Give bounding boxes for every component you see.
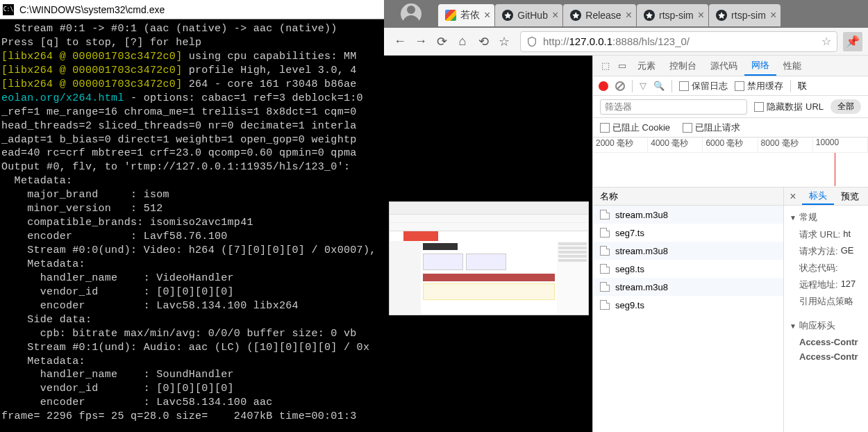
request-row[interactable]: stream.m3u8	[593, 242, 783, 260]
detail-tab[interactable]: 预览	[834, 188, 866, 205]
file-icon	[600, 300, 610, 310]
request-row[interactable]: stream.m3u8	[593, 278, 783, 296]
browser-tab[interactable]: Release×	[563, 4, 636, 26]
cmd-icon: C:\	[3, 4, 14, 15]
timeline-tick: 6000 毫秒	[703, 138, 758, 152]
request-row[interactable]: stream.m3u8	[593, 206, 783, 224]
file-icon	[600, 228, 610, 238]
file-icon	[600, 264, 610, 274]
featured-button[interactable]: ⟲	[473, 31, 494, 52]
request-name: stream.m3u8	[615, 246, 668, 256]
blocked-requests-checkbox[interactable]: 已阻止请求	[683, 122, 740, 134]
request-list: 名称 stream.m3u8seg7.tsstream.m3u8seg8.tss…	[593, 188, 784, 432]
file-icon	[600, 210, 610, 219]
response-headers-section[interactable]: ▼响应标头	[784, 317, 868, 335]
disable-cache-checkbox[interactable]: 禁用缓存	[735, 80, 783, 92]
list-header-name[interactable]: 名称	[593, 188, 783, 206]
tab-label: 若依	[460, 9, 480, 22]
header-kv-row: 请求方法:GE	[784, 243, 868, 260]
request-name: seg7.ts	[615, 228, 644, 238]
filter-row: 隐藏数据 URL 全部	[593, 96, 868, 118]
request-row[interactable]: seg8.ts	[593, 260, 783, 278]
devtools-panel: ⬚ ▭ 元素控制台源代码网络性能 ▽ 🔍 保留日志 禁用缓存 联 隐藏数据 UR…	[592, 56, 868, 432]
request-name: seg8.ts	[615, 264, 644, 274]
network-split: 名称 stream.m3u8seg7.tsstream.m3u8seg8.tss…	[593, 188, 868, 432]
terminal-window: C:\ C:\WINDOWS\system32\cmd.exe Stream #…	[0, 0, 384, 432]
devtools-tab[interactable]: 源代码	[703, 56, 744, 76]
devtools-tabs: ⬚ ▭ 元素控制台源代码网络性能	[593, 56, 868, 76]
header-kv-row: Access-Contr	[784, 335, 868, 349]
video-pane[interactable]	[384, 56, 592, 432]
tab-close-icon[interactable]: ×	[626, 9, 632, 22]
file-icon	[600, 282, 610, 292]
request-name: stream.m3u8	[615, 210, 668, 220]
header-kv-row: Access-Contr	[784, 349, 868, 364]
forward-button[interactable]: →	[410, 31, 431, 52]
content-area: ⬚ ▭ 元素控制台源代码网络性能 ▽ 🔍 保留日志 禁用缓存 联 隐藏数据 UR…	[384, 56, 868, 432]
tabs-container: 若依×GitHub×Release×rtsp-sim×rtsp-sim×	[438, 0, 868, 28]
tab-close-icon[interactable]: ×	[552, 9, 558, 22]
detail-tabs: × 标头预览	[784, 188, 868, 206]
tab-label: rtsp-sim	[659, 10, 694, 21]
request-name: seg9.ts	[615, 300, 644, 310]
terminal-titlebar[interactable]: C:\ C:\WINDOWS\system32\cmd.exe	[0, 0, 384, 19]
detail-body: ▼常规 请求 URL:ht请求方法:GE状态代码:远程地址:127引用站点策略 …	[784, 206, 868, 367]
github-favicon-icon	[570, 10, 581, 21]
browser-tab[interactable]: rtsp-sim×	[709, 4, 781, 26]
general-section[interactable]: ▼常规	[784, 208, 868, 226]
request-row[interactable]: seg9.ts	[593, 296, 783, 314]
search-icon[interactable]: 🔍	[653, 81, 665, 91]
detail-tab[interactable]: 标头	[802, 188, 834, 205]
shield-icon	[526, 36, 537, 47]
online-label[interactable]: 联	[798, 80, 807, 92]
reload-button[interactable]: ⟳	[431, 31, 452, 52]
tab-close-icon[interactable]: ×	[698, 9, 704, 22]
header-kv-row: 远程地址:127	[784, 276, 868, 293]
device-toggle-icon[interactable]: ▭	[614, 60, 631, 71]
browser-tabbar: 若依×GitHub×Release×rtsp-sim×rtsp-sim×	[384, 0, 868, 28]
tab-label: Release	[585, 10, 621, 21]
network-timeline[interactable]: 2000 毫秒4000 毫秒6000 毫秒8000 毫秒10000	[593, 138, 868, 188]
url-text: http://127.0.0.1:8888/hls/123_0/	[543, 35, 821, 47]
url-bar[interactable]: http://127.0.0.1:8888/hls/123_0/ ☆	[520, 31, 837, 52]
record-button[interactable]	[599, 81, 608, 91]
timeline-tick: 10000	[813, 138, 868, 152]
browser-tab[interactable]: 若依×	[438, 4, 494, 26]
avatar-icon	[401, 3, 422, 24]
bookmark-star-icon[interactable]: ☆	[821, 35, 831, 48]
browser-window: 若依×GitHub×Release×rtsp-sim×rtsp-sim× ← →…	[384, 0, 868, 432]
devtools-tab[interactable]: 元素	[631, 56, 662, 76]
favorites-button[interactable]: ☆	[494, 31, 515, 52]
pin-button[interactable]: 📌	[843, 32, 862, 51]
profile-avatar[interactable]	[384, 0, 438, 28]
devtools-tab[interactable]: 性能	[776, 56, 808, 76]
back-button[interactable]: ←	[390, 31, 410, 52]
header-kv-row: 状态代码:	[784, 260, 868, 276]
browser-tab[interactable]: GitHub×	[495, 4, 562, 26]
clear-button[interactable]	[615, 81, 625, 91]
tab-close-icon[interactable]: ×	[484, 9, 490, 22]
devtools-tab[interactable]: 控制台	[662, 56, 703, 76]
terminal-title: C:\WINDOWS\system32\cmd.exe	[19, 4, 165, 15]
header-kv-row: 请求 URL:ht	[784, 226, 868, 243]
tab-close-icon[interactable]: ×	[770, 9, 776, 22]
devtools-tab[interactable]: 网络	[744, 56, 776, 76]
browser-tab[interactable]: rtsp-sim×	[637, 4, 708, 26]
blocked-cookies-checkbox[interactable]: 已阻止 Cookie	[600, 122, 670, 134]
filter-input[interactable]	[600, 99, 747, 115]
terminal-output[interactable]: Stream #0:1 -> #0:1 (aac (native) -> aac…	[0, 19, 384, 432]
timeline-tick: 8000 毫秒	[758, 138, 813, 152]
inspect-icon[interactable]: ⬚	[597, 60, 614, 71]
hide-data-urls-checkbox[interactable]: 隐藏数据 URL	[754, 101, 824, 113]
timeline-tick: 2000 毫秒	[593, 138, 648, 152]
home-button[interactable]: ⌂	[452, 31, 473, 52]
filter-icon[interactable]: ▽	[640, 81, 646, 91]
blocked-row: 已阻止 Cookie 已阻止请求	[593, 118, 868, 138]
tab-label: rtsp-sim	[731, 10, 766, 21]
preserve-log-checkbox[interactable]: 保留日志	[679, 80, 728, 92]
header-kv-row: 引用站点策略	[784, 293, 868, 310]
filter-all-pill[interactable]: 全部	[831, 99, 861, 114]
timeline-tick: 4000 毫秒	[648, 138, 703, 152]
close-detail-button[interactable]: ×	[784, 190, 802, 203]
request-row[interactable]: seg7.ts	[593, 224, 783, 242]
